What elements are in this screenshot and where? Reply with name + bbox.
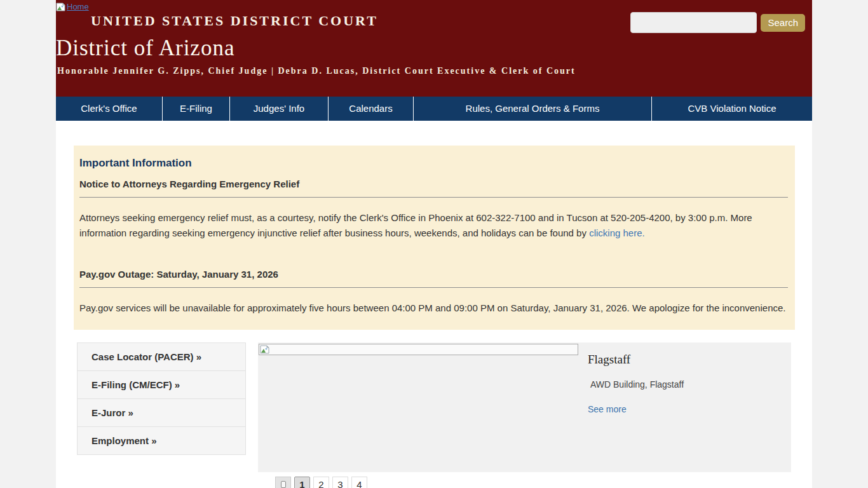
notice-divider — [79, 287, 788, 288]
header-subtitle: Honorable Jennifer G. Zipps, Chief Judge… — [57, 66, 576, 76]
quick-link-employment[interactable]: Employment » — [77, 426, 246, 455]
nav-item-judges-info[interactable]: Judges' Info — [229, 97, 328, 121]
emergency-relief-heading: Notice to Attorneys Regarding Emergency … — [79, 179, 788, 189]
carousel-image-placeholder — [259, 344, 578, 355]
nav-item-clerks-office[interactable]: Clerk's Office — [56, 97, 162, 121]
carousel-page-1[interactable]: 1 — [294, 477, 310, 488]
quick-links-menu: Case Locator (PACER) » E-Filing (CM/ECF)… — [77, 342, 246, 455]
home-link[interactable]: Home — [56, 2, 89, 11]
page-container: Home UNITED STATES DISTRICT COURT Distri… — [56, 0, 812, 488]
important-information-box: Important Information Notice to Attorney… — [74, 146, 795, 330]
search-area: Search — [630, 12, 805, 33]
carousel-pause-button[interactable] — [275, 477, 291, 488]
nav-item-calendars[interactable]: Calendars — [328, 97, 413, 121]
paygov-outage-text: Pay.gov services will be unavailable for… — [79, 301, 788, 316]
content-columns: Case Locator (PACER) » E-Filing (CM/ECF)… — [77, 342, 812, 488]
quick-link-case-locator-pacer[interactable]: Case Locator (PACER) » — [77, 342, 246, 371]
carousel-slide-info: Flagstaff AWD Building, Flagstaff See mo… — [588, 353, 778, 415]
nav-item-e-filing[interactable]: E-Filing — [162, 97, 229, 121]
broken-image-icon — [56, 3, 65, 11]
nav-item-rules-orders-forms[interactable]: Rules, General Orders & Forms — [413, 97, 651, 121]
quick-link-e-juror[interactable]: E-Juror » — [77, 398, 246, 427]
district-title: District of Arizona — [56, 36, 234, 61]
carousel-page-4[interactable]: 4 — [351, 477, 367, 488]
notice-box-title: Important Information — [79, 157, 788, 170]
carousel-column: Flagstaff AWD Building, Flagstaff See mo… — [258, 342, 791, 488]
location-carousel: Flagstaff AWD Building, Flagstaff See mo… — [258, 342, 791, 472]
site-header: Home UNITED STATES DISTRICT COURT Distri… — [56, 0, 812, 97]
emergency-relief-text-body: Attorneys seeking emergency relief must,… — [79, 212, 752, 238]
slide-caption: AWD Building, Flagstaff — [588, 379, 778, 390]
search-input[interactable] — [630, 12, 757, 33]
carousel-pagination: 1 2 3 4 — [275, 477, 791, 488]
home-link-label: Home — [67, 2, 89, 11]
quick-link-e-filing-cmecf[interactable]: E-Filing (CM/ECF) » — [77, 370, 246, 399]
court-title: UNITED STATES DISTRICT COURT — [91, 13, 378, 29]
carousel-page-2[interactable]: 2 — [313, 477, 329, 488]
placeholder-image-icon — [281, 481, 286, 488]
search-button[interactable]: Search — [761, 14, 805, 32]
notice-divider — [79, 197, 788, 198]
nav-item-cvb-violation-notice[interactable]: CVB Violation Notice — [651, 97, 812, 121]
clicking-here-link[interactable]: clicking here. — [589, 227, 645, 238]
emergency-relief-text: Attorneys seeking emergency relief must,… — [79, 210, 788, 241]
see-more-link[interactable]: See more — [588, 404, 627, 414]
slide-title: Flagstaff — [588, 353, 778, 367]
main-nav: Clerk's Office E-Filing Judges' Info Cal… — [56, 97, 812, 121]
carousel-page-3[interactable]: 3 — [332, 477, 348, 488]
broken-image-icon — [260, 345, 269, 354]
paygov-outage-heading: Pay.gov Outage: Saturday, January 31, 20… — [79, 269, 788, 280]
